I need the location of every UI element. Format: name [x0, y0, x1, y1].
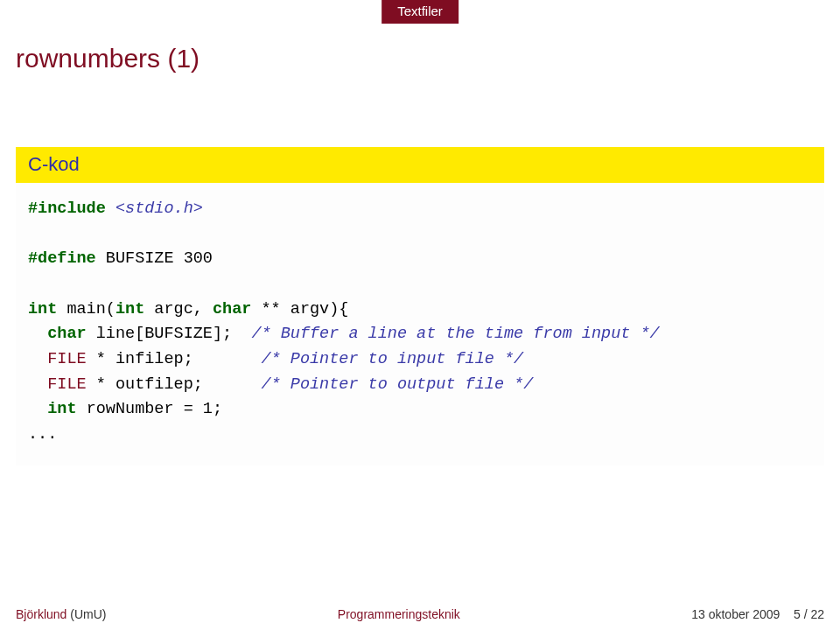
fn-argc: argc, [144, 300, 213, 318]
preproc-include: #include [28, 200, 116, 218]
type-file-2: FILE [28, 375, 87, 394]
kw-char: char [213, 300, 251, 318]
comment-outfile: /* Pointer to output file */ [261, 375, 533, 394]
kw-char-line: char [47, 325, 86, 343]
decl-line: line[BUFSIZE]; [87, 325, 252, 343]
footer-date: 13 oktober 2009 [691, 607, 780, 621]
preproc-define: #define [28, 249, 96, 268]
fn-argv: ** argv){ [251, 300, 348, 318]
slide-title: rownumbers (1) [16, 44, 200, 74]
kw-int: int [28, 300, 57, 318]
footer-page: 5 / 22 [794, 607, 824, 621]
comment-line: /* Buffer a line at the time from input … [251, 325, 659, 343]
code-block: C-kod #include <stdio.h> #define BUFSIZE… [16, 147, 824, 466]
type-file-1: FILE [28, 350, 87, 368]
footer-left: Björklund (UmU) [16, 607, 106, 621]
section-tab: Textfiler [382, 0, 458, 24]
define-rest: BUFSIZE 300 [96, 249, 213, 268]
include-header: <stdio.h> [116, 200, 203, 218]
decl-outfilep: * outfilep; [87, 375, 262, 394]
footer-right: 13 oktober 2009 5 / 22 [691, 607, 824, 621]
footer-author: Björklund [16, 607, 66, 621]
fn-main-open: main( [57, 300, 116, 318]
code-body: #include <stdio.h> #define BUFSIZE 300 i… [16, 183, 824, 466]
kw-int-argc: int [116, 300, 144, 318]
footer-center: Programmeringsteknik [338, 607, 460, 621]
decl-infilep: * infilep; [87, 350, 262, 368]
block-title: C-kod [16, 147, 824, 183]
comment-infile: /* Pointer to input file */ [261, 350, 523, 368]
ellipsis: ... [28, 425, 57, 444]
decl-rownumber: rowNumber = 1; [77, 400, 223, 418]
footer: Björklund (UmU) Programmeringsteknik 13 … [0, 607, 840, 621]
kw-int-row: int [47, 400, 76, 418]
footer-affiliation: (UmU) [66, 607, 106, 621]
